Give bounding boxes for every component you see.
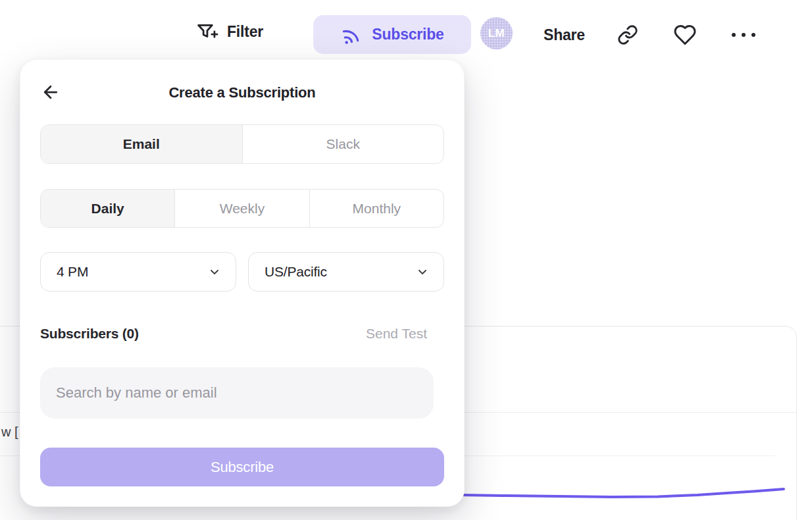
share-button[interactable]: Share <box>544 22 585 47</box>
heart-icon <box>673 23 697 47</box>
rss-icon <box>338 22 363 47</box>
subscribe-label: Subscribe <box>372 26 444 43</box>
chevron-down-icon <box>416 265 429 278</box>
tab-email[interactable]: Email <box>41 125 242 163</box>
subscribers-row: Subscribers (0) Send Test <box>40 326 427 343</box>
link-icon <box>617 24 638 45</box>
more-options-button[interactable] <box>729 26 758 43</box>
copy-link-button[interactable] <box>616 24 640 46</box>
tab-slack[interactable]: Slack <box>242 125 444 163</box>
favorite-button[interactable] <box>672 22 698 47</box>
send-test-button[interactable]: Send Test <box>366 326 427 342</box>
avatar-initials: LM <box>488 27 505 40</box>
timezone-select[interactable]: US/Pacific <box>248 252 444 292</box>
tab-weekly[interactable]: Weekly <box>174 190 309 227</box>
time-select-value: 4 PM <box>57 264 208 280</box>
dashboard-page: w [ Filter Subscribe LM Share <box>0 0 812 520</box>
subscribe-submit-button[interactable]: Subscribe <box>40 448 444 486</box>
filter-label: Filter <box>227 23 263 41</box>
filter-plus-icon <box>195 20 218 43</box>
tab-daily[interactable]: Daily <box>41 190 174 227</box>
frequency-segmented-control: Daily Weekly Monthly <box>40 189 444 228</box>
filter-button[interactable]: Filter <box>195 20 263 43</box>
chevron-down-icon <box>208 265 221 278</box>
background-cutoff-text: w [ <box>1 425 18 440</box>
share-label: Share <box>544 26 585 44</box>
popover-title: Create a Subscription <box>20 84 464 101</box>
time-select[interactable]: 4 PM <box>40 252 236 292</box>
subscribe-button[interactable]: Subscribe <box>313 15 471 54</box>
subscribers-count-label: Subscribers (0) <box>40 326 139 342</box>
channel-segmented-control: Email Slack <box>40 124 444 164</box>
subscriber-search-input[interactable] <box>40 367 434 419</box>
create-subscription-popover: Create a Subscription Email Slack Daily … <box>20 59 465 507</box>
user-avatar[interactable]: LM <box>480 17 513 49</box>
tab-monthly[interactable]: Monthly <box>309 190 444 227</box>
ellipsis-icon <box>729 26 758 43</box>
timezone-select-value: US/Pacific <box>265 264 416 280</box>
